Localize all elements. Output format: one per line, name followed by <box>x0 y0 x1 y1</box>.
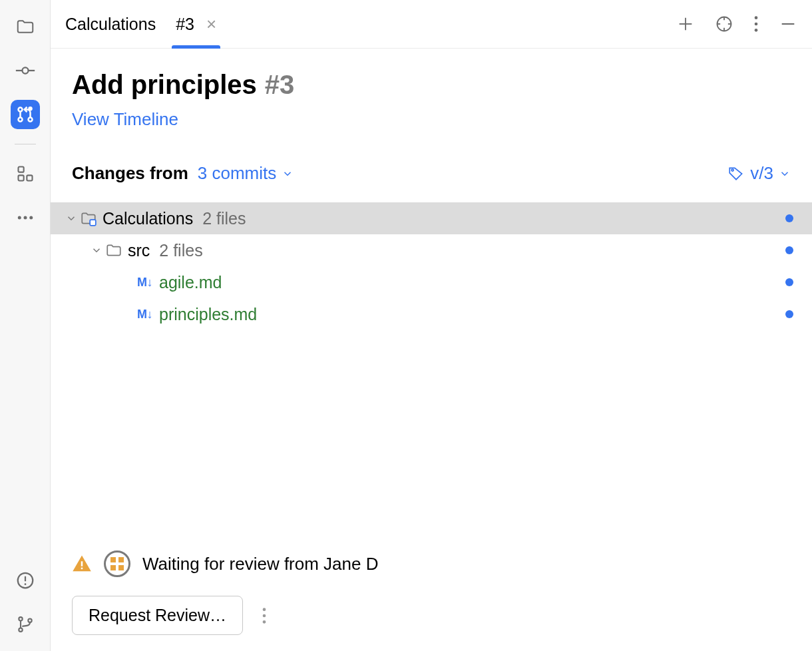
warning-icon <box>72 554 92 574</box>
change-indicator <box>785 246 793 254</box>
svg-point-4 <box>18 118 22 122</box>
tab-bar: Calculations #3 × <box>51 0 812 49</box>
pull-request-icon[interactable] <box>11 100 40 129</box>
minimize-icon[interactable] <box>779 15 797 33</box>
review-status: Waiting for review from Jane D <box>72 550 791 577</box>
commit-icon[interactable] <box>11 56 40 85</box>
issue-icon[interactable] <box>11 566 40 595</box>
svg-point-29 <box>755 29 758 32</box>
tab-label: Calculations <box>65 15 156 34</box>
svg-point-35 <box>263 608 266 611</box>
tree-meta: 2 files <box>202 209 246 228</box>
svg-rect-10 <box>27 175 32 180</box>
change-indicator <box>785 214 793 222</box>
svg-point-28 <box>755 23 758 26</box>
tree-label: agile.md <box>159 273 222 292</box>
svg-rect-8 <box>18 167 23 172</box>
tree-label: Calculations <box>102 209 193 228</box>
target-icon[interactable] <box>715 15 733 33</box>
markdown-icon: M↓ <box>137 276 152 290</box>
svg-point-7 <box>28 107 33 111</box>
svg-rect-32 <box>90 220 96 226</box>
commits-dropdown[interactable]: 3 commits <box>198 163 294 184</box>
svg-point-37 <box>263 620 266 624</box>
changes-tree: Calculations 2 files src 2 files M↓ ag <box>51 202 812 550</box>
title-number: #3 <box>265 70 295 100</box>
folder-icon <box>105 242 122 259</box>
svg-point-19 <box>28 618 31 622</box>
chevron-down-icon <box>282 168 294 180</box>
more-icon[interactable] <box>11 203 40 232</box>
svg-point-3 <box>18 108 22 112</box>
svg-point-13 <box>29 216 33 220</box>
folder-icon[interactable] <box>11 12 40 41</box>
change-indicator <box>785 310 793 318</box>
changes-from-row: Changes from 3 commits v/3 <box>51 163 812 184</box>
tree-file[interactable]: M↓ principles.md <box>51 298 812 330</box>
content: Add principles #3 View Timeline Changes … <box>51 49 812 651</box>
chevron-down-icon[interactable] <box>63 212 80 224</box>
module-icon <box>80 210 97 227</box>
kebab-icon[interactable] <box>262 606 267 625</box>
svg-point-11 <box>17 216 21 220</box>
request-review-button[interactable]: Request Review… <box>72 596 243 635</box>
tree-meta: 2 files <box>159 241 202 260</box>
tag-icon <box>727 165 745 182</box>
footer: Waiting for review from Jane D Request R… <box>51 550 812 635</box>
svg-point-16 <box>24 583 26 585</box>
left-sidebar <box>0 0 51 651</box>
svg-rect-9 <box>18 175 23 180</box>
add-icon[interactable] <box>676 15 695 33</box>
avatar <box>104 550 130 577</box>
separator <box>15 144 36 144</box>
svg-point-36 <box>263 614 266 617</box>
svg-point-17 <box>19 617 22 620</box>
apps-icon[interactable] <box>11 159 40 188</box>
title-text: Add principles <box>72 70 257 100</box>
svg-point-0 <box>22 67 28 73</box>
page-title: Add principles #3 <box>51 70 812 100</box>
tree-label: principles.md <box>159 305 257 324</box>
tree-folder[interactable]: src 2 files <box>51 234 812 266</box>
tab-pr-3[interactable]: #3 × <box>176 0 216 49</box>
svg-point-12 <box>23 216 27 220</box>
tab-label: #3 <box>176 15 194 34</box>
tree-label: src <box>128 241 150 260</box>
tab-calculations[interactable]: Calculations <box>65 0 156 49</box>
tree-file[interactable]: M↓ agile.md <box>51 266 812 298</box>
tree-root[interactable]: Calculations 2 files <box>51 202 812 234</box>
view-timeline-link[interactable]: View Timeline <box>51 109 812 130</box>
svg-rect-33 <box>81 561 83 566</box>
close-icon[interactable]: × <box>206 15 216 33</box>
markdown-icon: M↓ <box>137 308 152 322</box>
branch-icon[interactable] <box>11 610 40 639</box>
status-text: Waiting for review from Jane D <box>142 554 378 574</box>
svg-point-5 <box>28 118 32 122</box>
svg-point-31 <box>731 169 733 171</box>
action-row: Request Review… <box>72 596 791 635</box>
changes-from-label: Changes from <box>72 163 188 184</box>
chevron-down-icon <box>779 168 791 180</box>
svg-point-27 <box>755 16 758 19</box>
svg-point-18 <box>19 628 22 631</box>
svg-rect-34 <box>81 568 83 570</box>
version-dropdown[interactable]: v/3 <box>727 163 791 184</box>
chevron-down-icon[interactable] <box>88 244 105 256</box>
main-panel: Calculations #3 × Add principles #3 <box>51 0 812 651</box>
kebab-icon[interactable] <box>753 15 759 33</box>
change-indicator <box>785 278 793 286</box>
